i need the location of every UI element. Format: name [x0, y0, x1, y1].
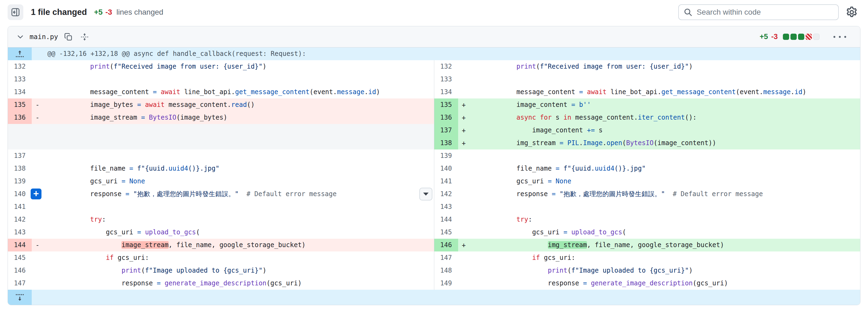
- line-number[interactable]: 148: [434, 264, 458, 277]
- file-options-button[interactable]: [830, 31, 849, 43]
- line-number[interactable]: 145: [8, 252, 32, 264]
- add-comment-button[interactable]: +: [30, 188, 42, 200]
- line-number[interactable]: 141: [434, 175, 458, 188]
- line-number[interactable]: 135: [434, 98, 458, 111]
- triangle-down-icon: [423, 193, 429, 196]
- line-number[interactable]: 139: [434, 149, 458, 162]
- diff-row-new: 148 print(f"Image uploaded to {gcs_uri}"…: [434, 264, 860, 277]
- expand-up-icon: [15, 49, 24, 59]
- total-additions: +5: [94, 8, 103, 17]
- diff-row-old: 138 file_name = f"{uuid.uuid4()}.jpg": [8, 162, 434, 175]
- code-text: print(f"Received image from user: {user_…: [59, 60, 267, 73]
- diff-marker: +: [462, 101, 485, 109]
- line-number[interactable]: 134: [8, 86, 32, 98]
- line-number[interactable]: 145: [434, 226, 458, 239]
- code-text: async for s in message_content.iter_cont…: [485, 111, 697, 124]
- diff-row-old: 139 gcs_uri = None: [8, 175, 434, 188]
- code-line: file_name = f"{uuid.uuid4()}.jpg": [458, 162, 860, 175]
- code-line: response = generate_image_description(gc…: [458, 277, 860, 290]
- line-number[interactable]: 140: [8, 188, 32, 200]
- diff-row-new: 143: [434, 200, 860, 213]
- diffstat-block-add: [790, 34, 797, 40]
- line-number[interactable]: 132: [8, 60, 32, 73]
- line-number[interactable]: 149: [434, 277, 458, 290]
- diff-row-old: 147 response = generate_image_descriptio…: [8, 277, 434, 290]
- hunk-header: @@ -132,16 +132,18 @@ async def handle_c…: [8, 48, 860, 60]
- line-number[interactable]: 137: [434, 124, 458, 137]
- copy-path-button[interactable]: [62, 31, 74, 43]
- diff-row-new: 149 response = generate_image_descriptio…: [434, 277, 860, 290]
- code-line: - image_stream, file_name, google_storag…: [32, 239, 434, 252]
- line-number[interactable]: 135: [8, 98, 32, 111]
- diffstat-block-add: [798, 34, 804, 40]
- diff-row-old: 141: [8, 200, 434, 213]
- collapse-file-button[interactable]: [15, 31, 26, 42]
- settings-button[interactable]: [844, 4, 860, 20]
- code-line: [458, 149, 860, 162]
- code-line: message_content = await line_bot_api.get…: [32, 86, 434, 98]
- line-number[interactable]: 133: [434, 73, 458, 86]
- code-line: [32, 200, 434, 213]
- line-number[interactable]: 134: [434, 86, 458, 98]
- line-number[interactable]: 144: [434, 213, 458, 226]
- line-number[interactable]: 138: [434, 137, 458, 149]
- gear-icon: [845, 6, 858, 19]
- code-line: + image_content += s: [458, 124, 860, 137]
- diff-row-old: [8, 137, 434, 149]
- line-number[interactable]: 132: [434, 60, 458, 73]
- expand-down-button[interactable]: [8, 290, 32, 305]
- code-text: response = generate_image_description(gc…: [59, 277, 302, 290]
- line-number[interactable]: 142: [8, 213, 32, 226]
- diff-marker: +: [462, 127, 485, 134]
- diff-pane-new: 132 print(f"Received image from user: {u…: [434, 60, 860, 290]
- diff-row-old: 144- image_stream, file_name, google_sto…: [8, 239, 434, 252]
- file-name[interactable]: main.py: [30, 33, 58, 41]
- code-search-box[interactable]: [678, 4, 839, 20]
- diff-marker: +: [462, 241, 485, 249]
- search-input[interactable]: [696, 8, 833, 17]
- code-line: message_content = await line_bot_api.get…: [458, 86, 860, 98]
- line-number[interactable]: 141: [8, 200, 32, 213]
- diff-marker: -: [35, 114, 59, 121]
- line-number[interactable]: 146: [434, 239, 458, 252]
- line-number[interactable]: 146: [8, 264, 32, 277]
- diff-row-new: 136+ async for s in message_content.iter…: [434, 111, 860, 124]
- code-line: response = "抱歉，處理您的圖片時發生錯誤。" # Default e…: [32, 188, 434, 200]
- line-number[interactable]: 138: [8, 162, 32, 175]
- diff-row-new: 147 if gcs_uri:: [434, 252, 860, 264]
- line-number[interactable]: 144: [8, 239, 32, 252]
- line-number[interactable]: 139: [8, 175, 32, 188]
- code-line: response = generate_image_description(gc…: [32, 277, 434, 290]
- expand-all-button[interactable]: [79, 31, 91, 43]
- line-number[interactable]: 143: [434, 200, 458, 213]
- code-line: [32, 149, 434, 162]
- line-number[interactable]: 136: [8, 111, 32, 124]
- line-number[interactable]: 142: [434, 188, 458, 200]
- code-line: print(f"Received image from user: {user_…: [458, 60, 860, 73]
- code-text: print(f"Received image from user: {user_…: [485, 60, 693, 73]
- line-number[interactable]: 137: [8, 149, 32, 162]
- code-line: if gcs_uri:: [32, 252, 434, 264]
- expand-up-button[interactable]: [8, 48, 32, 60]
- line-number[interactable]: 147: [8, 277, 32, 290]
- code-line: + img_stream, file_name, google_storage_…: [458, 239, 860, 252]
- diffstat-block-neutral: [813, 34, 819, 40]
- diff-row-old: [8, 124, 434, 137]
- files-changed-summary: 1 file changed: [31, 7, 87, 17]
- line-menu-dropdown-button[interactable]: [420, 188, 432, 200]
- code-line: print(f"Image uploaded to {gcs_uri}"): [458, 264, 860, 277]
- sidebar-collapse-icon: [11, 8, 20, 17]
- code-line: print(f"Received image from user: {user_…: [32, 60, 434, 73]
- line-number[interactable]: 143: [8, 226, 32, 239]
- line-number[interactable]: 136: [434, 111, 458, 124]
- code-line: try:: [32, 213, 434, 226]
- code-text: response = generate_image_description(gc…: [485, 277, 728, 290]
- diff-row-old: 133: [8, 73, 434, 86]
- diff-row-old: 137: [8, 149, 434, 162]
- sidebar-toggle-button[interactable]: [8, 4, 23, 20]
- line-number[interactable]: 140: [434, 162, 458, 175]
- diff-row-new: 139: [434, 149, 860, 162]
- code-line: print(f"Image uploaded to {gcs_uri}"): [32, 264, 434, 277]
- line-number[interactable]: 133: [8, 73, 32, 86]
- line-number[interactable]: 147: [434, 252, 458, 264]
